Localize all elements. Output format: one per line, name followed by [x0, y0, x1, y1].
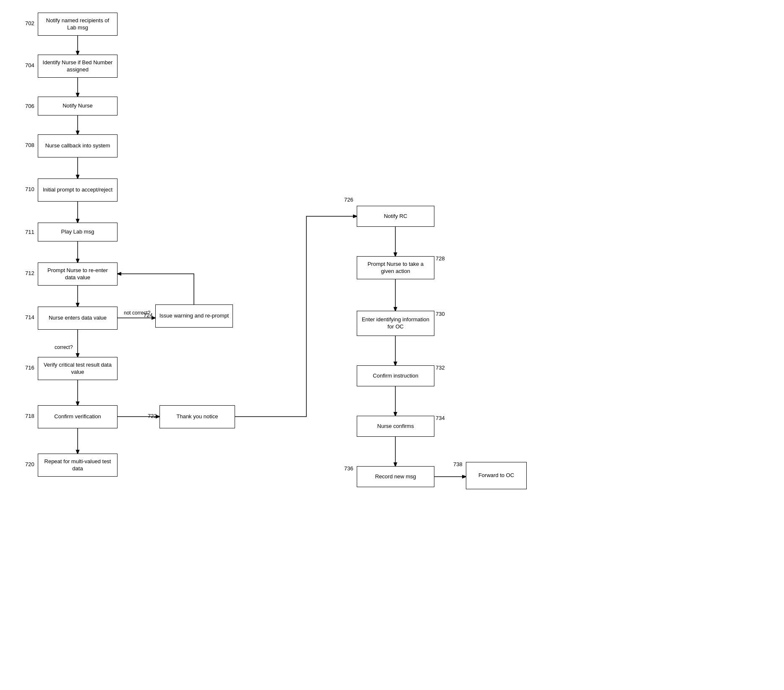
label-716: 716: [25, 365, 34, 371]
label-738: 738: [453, 461, 463, 467]
label-711: 711: [25, 229, 34, 235]
label-708: 708: [25, 142, 34, 148]
node-711: Play Lab msg: [38, 223, 118, 241]
label-736: 736: [344, 465, 353, 472]
label-706: 706: [25, 103, 34, 109]
label-710: 710: [25, 186, 34, 192]
node-724: Issue warning and re-prompt: [155, 304, 233, 328]
node-710: Initial prompt to accept/reject: [38, 178, 118, 202]
node-736: Record new msg: [357, 466, 434, 487]
label-732: 732: [436, 365, 445, 371]
node-714: Nurse enters data value: [38, 307, 118, 330]
node-704: Identify Nurse if Bed Number assigned: [38, 55, 118, 78]
node-726: Notify RC: [357, 206, 434, 227]
label-726: 726: [344, 197, 353, 203]
node-702: Notify named recipients of Lab msg: [38, 13, 118, 36]
label-730: 730: [436, 311, 445, 317]
correct-label: correct?: [55, 344, 73, 350]
label-720: 720: [25, 461, 34, 467]
connector-lines: [0, 0, 784, 690]
label-734: 734: [436, 415, 445, 421]
node-720: Repeat for multi-valued test data: [38, 454, 118, 477]
label-714: 714: [25, 314, 34, 320]
label-702: 702: [25, 20, 34, 26]
node-734: Nurse confirms: [357, 416, 434, 437]
node-706: Notify Nurse: [38, 97, 118, 115]
label-724: 724: [144, 312, 153, 318]
label-718: 718: [25, 413, 34, 419]
node-716: Verify critical test result data value: [38, 357, 118, 380]
label-712: 712: [25, 270, 34, 276]
node-732: Confirm instruction: [357, 365, 434, 386]
node-722: Thank you notice: [159, 405, 235, 428]
label-728: 728: [436, 255, 445, 262]
node-712: Prompt Nurse to re-enter data value: [38, 262, 118, 286]
node-738: Forward to OC: [466, 462, 527, 489]
flowchart-diagram: Notify named recipients of Lab msg 702 I…: [0, 0, 784, 690]
node-718: Confirm verification: [38, 405, 118, 428]
label-722: 722: [148, 413, 157, 419]
node-728: Prompt Nurse to take a given action: [357, 256, 434, 279]
label-704: 704: [25, 62, 34, 68]
node-708: Nurse callback into system: [38, 134, 118, 157]
node-730: Enter identifying information for OC: [357, 311, 434, 336]
